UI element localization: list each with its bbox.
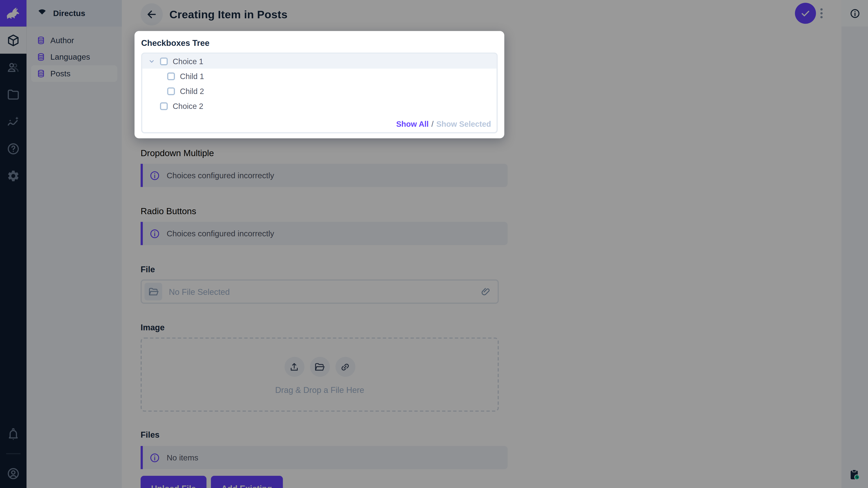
tree-item-label: Choice 1	[173, 57, 203, 66]
tree-row-child-2[interactable]: Child 2	[142, 84, 496, 98]
links-separator: /	[431, 120, 434, 128]
popup-title: Checkboxes Tree	[134, 31, 504, 53]
checkboxes-tree-popup: Checkboxes Tree Choice 1 Child 1 Child 2	[134, 31, 504, 138]
tree-item-label: Choice 2	[173, 101, 203, 110]
chevron-down-icon[interactable]	[148, 58, 155, 64]
tree-row-choice-1[interactable]: Choice 1	[142, 54, 496, 69]
show-selected-link[interactable]: Show Selected	[436, 120, 491, 128]
checkbox[interactable]	[160, 102, 168, 110]
tree-item-label: Child 2	[180, 87, 204, 95]
tree-footer-links: Show All / Show Selected	[396, 120, 491, 128]
show-all-link[interactable]: Show All	[396, 120, 429, 128]
checkboxes-tree: Choice 1 Child 1 Child 2 Choice 2 Show A…	[141, 53, 498, 133]
tree-row-child-1[interactable]: Child 1	[142, 69, 496, 84]
tree-item-label: Child 1	[180, 72, 204, 80]
directus-app: Directus Author	[0, 0, 868, 488]
checkbox[interactable]	[167, 87, 175, 95]
tree-row-choice-2[interactable]: Choice 2	[142, 98, 496, 113]
checkbox[interactable]	[167, 72, 175, 80]
checkbox[interactable]	[160, 57, 168, 65]
